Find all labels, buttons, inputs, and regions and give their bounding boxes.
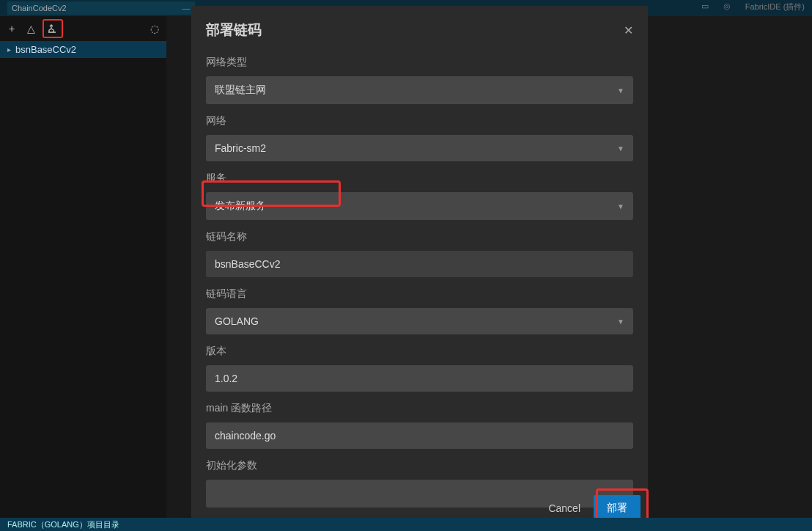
- select-service[interactable]: 发布新服务 ▼: [206, 192, 633, 220]
- deploy-modal: 部署链码 ✕ 网络类型 联盟链主网 ▼ 网络 Fabric-sm2 ▼ 服务 发…: [191, 6, 648, 518]
- user-icon[interactable]: ◎: [723, 1, 731, 12]
- sidebar: + △ ◌ ▸ bsnBaseCCv2: [0, 16, 166, 518]
- select-chaincode-lang-value: GOLANG: [215, 315, 259, 327]
- field-chaincode-name: 链码名称: [206, 230, 633, 277]
- field-chaincode-lang: 链码语言 GOLANG ▼: [206, 288, 633, 334]
- tab-title: ChainCodeCv2: [12, 4, 67, 12]
- caret-down-icon: ▼: [617, 87, 624, 95]
- caret-down-icon: ▼: [617, 202, 624, 210]
- label-network: 网络: [206, 114, 633, 128]
- field-version: 版本: [206, 345, 633, 392]
- field-network-type: 网络类型 联盟链主网 ▼: [206, 56, 633, 104]
- modal-title: 部署链码: [206, 21, 262, 40]
- cancel-button[interactable]: Cancel: [538, 497, 591, 520]
- label-init-params: 初始化参数: [206, 459, 633, 472]
- label-chaincode-lang: 链码语言: [206, 288, 633, 301]
- label-main-path: main 函数路径: [206, 402, 633, 415]
- label-version: 版本: [206, 345, 633, 358]
- label-service: 服务: [206, 172, 633, 185]
- caret-down-icon: ▼: [617, 318, 624, 326]
- topbar-window-tab: ChainCodeCv2 —: [7, 1, 195, 15]
- select-network-type[interactable]: 联盟链主网 ▼: [206, 76, 633, 104]
- statusbar-text: FABRIC（GOLANG）项目目录: [7, 519, 119, 530]
- field-network: 网络 Fabric-sm2 ▼: [206, 114, 633, 161]
- warning-icon[interactable]: △: [23, 21, 38, 36]
- field-main-path: main 函数路径: [206, 402, 633, 449]
- input-chaincode-name[interactable]: [206, 251, 633, 277]
- topbar-right-group: ▭ ◎ FabricIDE (插件): [701, 1, 805, 12]
- modal-header: 部署链码 ✕: [206, 21, 633, 40]
- select-service-value: 发布新服务: [215, 199, 266, 213]
- minimize-icon[interactable]: —: [182, 4, 191, 12]
- sidebar-item-project[interactable]: ▸ bsnBaseCCv2: [0, 41, 166, 58]
- layout-icon[interactable]: ▭: [701, 1, 709, 12]
- select-network[interactable]: Fabric-sm2 ▼: [206, 135, 633, 161]
- input-main-path[interactable]: [206, 422, 633, 449]
- plus-icon[interactable]: +: [4, 21, 19, 36]
- close-icon[interactable]: ✕: [624, 23, 633, 37]
- sidebar-toolbar: + △ ◌: [0, 16, 166, 41]
- select-chaincode-lang[interactable]: GOLANG ▼: [206, 308, 633, 334]
- chevron-right-icon: ▸: [7, 45, 11, 54]
- refresh-icon[interactable]: ◌: [147, 21, 162, 36]
- field-service: 服务 发布新服务 ▼: [206, 172, 633, 220]
- topbar-right-text: FabricIDE (插件): [745, 1, 805, 12]
- label-chaincode-name: 链码名称: [206, 230, 633, 243]
- statusbar: FABRIC（GOLANG）项目目录: [0, 518, 812, 531]
- select-network-value: Fabric-sm2: [215, 142, 266, 154]
- select-network-type-value: 联盟链主网: [215, 84, 266, 97]
- deploy-icon[interactable]: [43, 19, 63, 38]
- label-network-type: 网络类型: [206, 56, 633, 69]
- caret-down-icon: ▼: [617, 144, 624, 153]
- sidebar-item-label: bsnBaseCCv2: [15, 44, 76, 55]
- input-version[interactable]: [206, 365, 633, 392]
